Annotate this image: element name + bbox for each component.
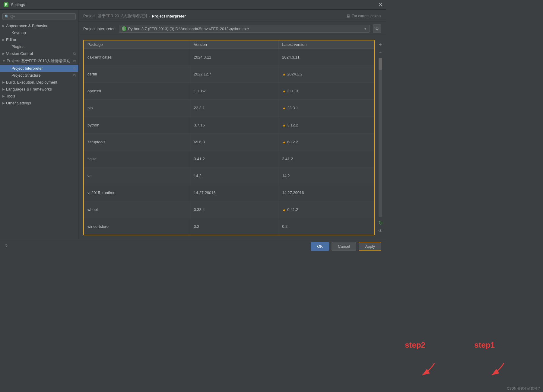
table-row[interactable]: wheel0.38.4▲0.41.2 [84,201,374,218]
python-icon [122,26,126,31]
table-row[interactable]: sqlite3.41.23.41.2 [84,150,374,167]
package-latest: ▲3.12.2 [278,116,374,133]
eye-icon[interactable]: 👁 [377,228,384,234]
sidebar-item-label-project-interpreter: Project Interpreter [11,66,73,71]
sidebar-item-appearance[interactable]: ▶Appearance & Behavior [0,22,78,29]
sidebar-item-languages[interactable]: ▶Languages & Frameworks [0,86,78,93]
package-name: certifi [84,66,190,83]
sidebar-item-label-project-structure: Project Structure [11,73,73,78]
interpreter-row: Project Interpreter: Python 3.7 (FER-201… [78,21,386,36]
table-row[interactable]: ca-certificates2024.3.112024.3.11 [84,49,374,66]
search-input[interactable] [10,14,74,19]
table-row[interactable]: setuptools65.6.3▲68.2.2 [84,133,374,150]
upgrade-arrow-icon: ▲ [282,140,286,144]
for-current-project-label: For current project [352,14,381,18]
sidebar-arrow-build: ▶ [2,81,5,84]
sidebar-item-label-tools: Tools [6,94,76,98]
package-name: vs2015_runtime [84,184,190,201]
sidebar-item-project-interpreter[interactable]: Project Interpreter⧉ [0,65,78,72]
sidebar-item-plugins[interactable]: Plugins [0,43,78,50]
package-table-body: ca-certificates2024.3.112024.3.11certifi… [84,49,374,235]
package-name: vc [84,167,190,184]
sidebar-arrow-tools: ▶ [2,94,5,98]
for-current-project: 🖥 For current project [346,14,381,18]
sidebar-arrow-other-settings: ▶ [2,101,5,105]
apply-button[interactable]: Apply [359,242,381,251]
package-latest: ▲23.3.1 [278,100,374,116]
package-version: 2022.12.7 [190,66,278,83]
refresh-icon[interactable]: ↻ [377,220,384,226]
add-package-button[interactable]: ＋ [377,41,384,48]
package-version: 0.38.4 [190,201,278,218]
sidebar-item-project-structure[interactable]: Project Structure⧉ [0,72,78,79]
content-header: Project: 基于FER-2013人脸情绪识别 › Project Inte… [78,10,386,21]
package-name: python [84,116,190,133]
interpreter-dropdown[interactable]: Python 3.7 (FER-2013) (3) D:\Anaconda3\e… [119,25,370,33]
sidebar-item-label-build: Build, Execution, Deployment [6,80,76,84]
package-latest: ▲2024.2.2 [278,66,374,83]
interpreter-label: Project Interpreter: [83,27,116,31]
package-version: 3.7.16 [190,116,278,133]
package-latest: 0.2 [278,218,374,235]
sidebar-arrow-project: ▼ [2,59,5,63]
remove-package-button[interactable]: － [377,49,384,56]
package-version: 14.27.29016 [190,184,278,201]
cancel-button[interactable]: Cancel [332,242,356,251]
package-name: pip [84,100,190,116]
package-name: wincertstore [84,218,190,235]
package-latest: 3.41.2 [278,150,374,167]
sidebar-item-label-editor: Editor [6,37,76,42]
package-latest: 14.2 [278,167,374,184]
package-latest: ▲68.2.2 [278,133,374,150]
package-version: 2024.3.11 [190,49,278,66]
table-row[interactable]: vc14.214.2 [84,167,374,184]
sidebar-arrow-appearance: ▶ [2,24,5,27]
package-latest: 2024.3.11 [278,49,374,66]
package-name: sqlite [84,150,190,167]
sidebar-item-editor[interactable]: ▶Editor [0,36,78,43]
ok-button[interactable]: OK [311,242,329,251]
title-bar: P Settings ✕ [0,0,386,10]
table-row[interactable]: vs2015_runtime14.27.2901614.27.29016 [84,184,374,201]
close-button[interactable]: ✕ [379,2,383,7]
sidebar-item-build[interactable]: ▶Build, Execution, Deployment [0,79,78,86]
sidebar-items-container: ▶Appearance & BehaviorKeymap▶EditorPlugi… [0,22,78,107]
upgrade-arrow-icon: ▲ [282,89,286,93]
package-latest: ▲3.0.13 [278,83,374,100]
sidebar-item-keymap[interactable]: Keymap [0,29,78,36]
breadcrumb-project: Project: 基于FER-2013人脸情绪识别 [83,13,147,19]
copy-icon-project-structure: ⧉ [73,73,76,77]
sidebar-search[interactable]: 🔍 [2,13,76,20]
col-latest: Latest version [278,40,374,49]
col-package: Package [84,40,190,49]
sidebar-item-tools[interactable]: ▶Tools [0,93,78,100]
table-row[interactable]: python3.7.16▲3.12.2 [84,116,374,133]
sidebar-arrow-editor: ▶ [2,38,5,41]
table-row[interactable]: pip22.3.1▲23.3.1 [84,100,374,116]
interpreter-settings-button[interactable]: ⚙ [373,24,381,33]
sidebar-item-other-settings[interactable]: ▶Other Settings [0,100,78,107]
sidebar-item-label-languages: Languages & Frameworks [6,87,76,91]
breadcrumb-current: Project Interpreter [152,14,186,18]
breadcrumb-separator: › [149,14,150,18]
sidebar-item-project[interactable]: ▼Project: 基于FER-2013人脸情绪识别⧉ [0,57,78,65]
sidebar-item-version-control[interactable]: ▶Version Control⧉ [0,50,78,57]
sidebar-item-label-other-settings: Other Settings [6,101,76,105]
table-row[interactable]: certifi2022.12.7▲2024.2.2 [84,66,374,83]
search-icon: 🔍 [5,14,9,19]
main-layout: 🔍 ▶Appearance & BehaviorKeymap▶EditorPlu… [0,10,386,239]
copy-icon-version-control: ⧉ [73,52,76,56]
package-latest: 14.27.29016 [278,184,374,201]
window-title: Settings [11,2,25,7]
sidebar-arrow-languages: ▶ [2,88,5,91]
copy-icon-project-interpreter: ⧉ [73,66,76,70]
interpreter-value: Python 3.7 (FER-2013) (3) D:\Anaconda3\e… [128,27,364,31]
app-icon: P [4,2,8,7]
dropdown-arrow-icon: ▼ [364,27,367,31]
table-row[interactable]: wincertstore0.20.2 [84,218,374,235]
help-icon[interactable]: ? [5,244,8,249]
content-main: Package Version Latest version ca-certif… [78,36,386,239]
sidebar-item-label-version-control: Version Control [6,51,73,56]
sidebar-item-label-project: Project: 基于FER-2013人脸情绪识别 [7,58,73,64]
table-row[interactable]: openssl1.1.1w▲3.0.13 [84,83,374,100]
